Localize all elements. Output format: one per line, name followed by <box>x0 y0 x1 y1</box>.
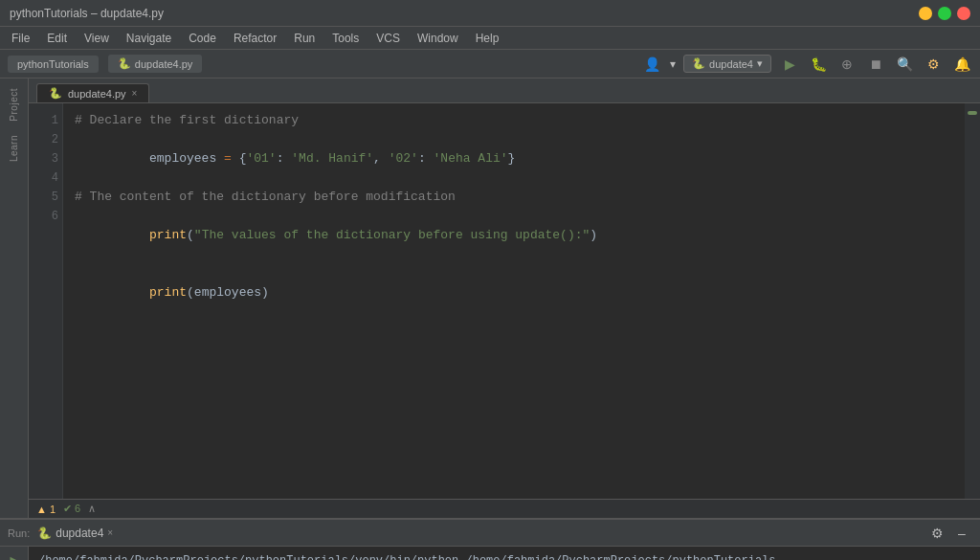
run-panel-settings-icon[interactable]: ⚙ <box>926 523 947 544</box>
menu-window[interactable]: Window <box>410 30 466 47</box>
menu-run[interactable]: Run <box>286 30 323 47</box>
line-num-1: 1 <box>33 111 58 130</box>
code-area: 1 2 3 4 5 6 # Declare the first dictiona… <box>29 103 980 499</box>
run-config-chevron: ▾ <box>757 57 763 70</box>
minimize-button[interactable] <box>919 7 932 20</box>
editor-tabs: 🐍 dupdate4.py × <box>29 78 980 103</box>
editor-tab-snake-icon: 🐍 <box>49 87 62 100</box>
dropdown-separator: ▾ <box>670 57 676 71</box>
file-icon: 🐍 <box>118 57 131 70</box>
line-num-6: 6 <box>33 207 58 226</box>
menu-edit[interactable]: Edit <box>39 30 75 47</box>
code-line-6 <box>75 322 953 341</box>
run-play-button[interactable]: ▶ <box>4 550 25 560</box>
menu-navigate[interactable]: Navigate <box>119 30 179 47</box>
run-tab-label: dupdate4 <box>56 526 103 540</box>
sidebar-learn-label[interactable]: Learn <box>7 129 21 168</box>
file-tab[interactable]: 🐍 dupdate4.py <box>108 55 203 73</box>
code-line-2: employees = {'01': 'Md. Hanif', '02': 'N… <box>75 130 953 188</box>
code-line-4: print("The values of the dictionary befo… <box>75 207 953 264</box>
editor-tab-dupdate4[interactable]: 🐍 dupdate4.py × <box>36 83 149 102</box>
toolbar: pythonTutorials 🐍 dupdate4.py 👤 ▾ 🐍 dupd… <box>0 50 980 78</box>
title-bar: pythonTutorials – dupdate4.py <box>0 0 980 27</box>
line-numbers: 1 2 3 4 5 6 <box>29 103 63 499</box>
debug-button[interactable]: 🐛 <box>808 54 829 75</box>
check-count: ✔ 6 <box>63 503 80 515</box>
line-num-4: 4 <box>33 168 58 188</box>
warning-count: ▲ 1 <box>36 504 56 515</box>
editor-area: 🐍 dupdate4.py × 1 2 3 4 5 6 # Declare th… <box>29 78 980 518</box>
run-panel-header: Run: 🐍 dupdate4 × ⚙ – <box>0 520 980 547</box>
run-tab-close[interactable]: × <box>107 527 113 538</box>
close-button[interactable] <box>957 7 970 20</box>
main-content: Project Learn 🐍 dupdate4.py × 1 2 3 4 5 … <box>0 78 980 518</box>
output-line-0: /home/fahmida/PycharmProjects/pythonTuto… <box>38 552 970 560</box>
window-title: pythonTutorials – dupdate4.py <box>10 7 919 20</box>
line-num-2: 2 <box>33 130 58 149</box>
code-line-3: # The content of the dictionary before m… <box>75 188 953 207</box>
code-line-5: print(employees) <box>75 264 953 322</box>
run-tab-snake-icon: 🐍 <box>37 526 52 540</box>
sidebar-project-label[interactable]: Project <box>7 82 21 127</box>
menu-file[interactable]: File <box>4 30 37 47</box>
file-tab-label: dupdate4.py <box>135 58 193 70</box>
right-gutter <box>965 103 980 499</box>
run-output[interactable]: /home/fahmida/PycharmProjects/pythonTuto… <box>29 547 980 560</box>
editor-tab-label: dupdate4.py <box>68 88 126 100</box>
search-icon-button[interactable]: 🔍 <box>894 54 915 75</box>
window-controls <box>919 7 970 20</box>
run-config-label: dupdate4 <box>709 58 753 70</box>
menu-code[interactable]: Code <box>181 30 224 47</box>
run-panel-content: ▶ ⬇ 🔧 ⬇ ↩ ⊟ 🖨 ⚙ /home/fahmida/PycharmPro… <box>0 547 980 560</box>
warnings-chevron: ∧ <box>88 503 96 515</box>
profile-button[interactable]: ⏹ <box>865 54 886 75</box>
run-panel-controls: ⚙ – <box>926 523 972 544</box>
notification-icon-button[interactable]: 🔔 <box>951 54 972 75</box>
line-num-3: 3 <box>33 149 58 168</box>
user-icon[interactable]: 👤 <box>641 54 662 75</box>
run-left-tools: ▶ ⬇ 🔧 ⬇ ↩ ⊟ 🖨 ⚙ <box>0 547 29 560</box>
run-config-dropdown[interactable]: 🐍 dupdate4 ▾ <box>683 55 771 73</box>
coverage-button[interactable]: ⊕ <box>836 54 858 75</box>
menu-refactor[interactable]: Refactor <box>226 30 284 47</box>
settings-icon-button[interactable]: ⚙ <box>923 54 944 75</box>
run-config-snake-icon: 🐍 <box>692 57 705 70</box>
menu-view[interactable]: View <box>77 30 117 47</box>
toolbar-right: 👤 ▾ 🐍 dupdate4 ▾ ▶ 🐛 ⊕ ⏹ 🔍 ⚙ 🔔 <box>641 54 972 75</box>
run-label: Run: <box>8 527 30 539</box>
line-num-5: 5 <box>33 188 58 207</box>
menu-help[interactable]: Help <box>468 30 507 47</box>
run-button[interactable]: ▶ <box>779 54 800 75</box>
maximize-button[interactable] <box>938 7 951 20</box>
gutter-check <box>968 111 977 115</box>
run-panel-collapse-icon[interactable]: – <box>951 523 972 544</box>
menu-tools[interactable]: Tools <box>324 30 367 47</box>
project-tab[interactable]: pythonTutorials <box>8 56 99 73</box>
run-panel: Run: 🐍 dupdate4 × ⚙ – ▶ ⬇ 🔧 ⬇ ↩ ⊟ 🖨 ⚙ /h… <box>0 518 980 560</box>
menu-bar: File Edit View Navigate Code Refactor Ru… <box>0 27 980 50</box>
code-editor[interactable]: # Declare the first dictionary employees… <box>63 103 965 499</box>
editor-warnings-bar: ▲ 1 ✔ 6 ∧ <box>29 499 980 518</box>
editor-tab-close[interactable]: × <box>132 88 138 99</box>
code-line-1: # Declare the first dictionary <box>75 111 953 130</box>
left-sidebar: Project Learn <box>0 78 29 518</box>
menu-vcs[interactable]: VCS <box>368 30 408 47</box>
run-tab-dupdate4[interactable]: 🐍 dupdate4 × <box>37 526 113 540</box>
